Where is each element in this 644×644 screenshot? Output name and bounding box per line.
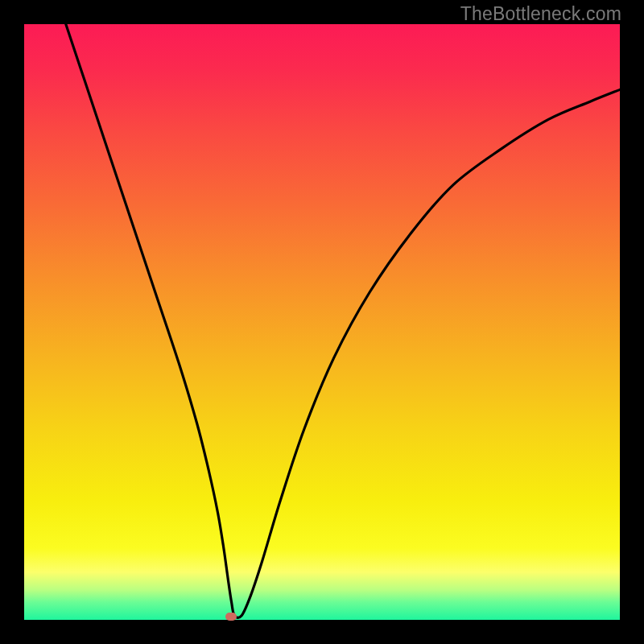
curve-path [66,24,620,617]
bottleneck-curve [24,24,620,620]
plot-area [24,24,620,620]
optimum-marker [225,613,237,621]
chart-frame: TheBottleneck.com [0,0,644,644]
watermark-text: TheBottleneck.com [460,3,621,25]
